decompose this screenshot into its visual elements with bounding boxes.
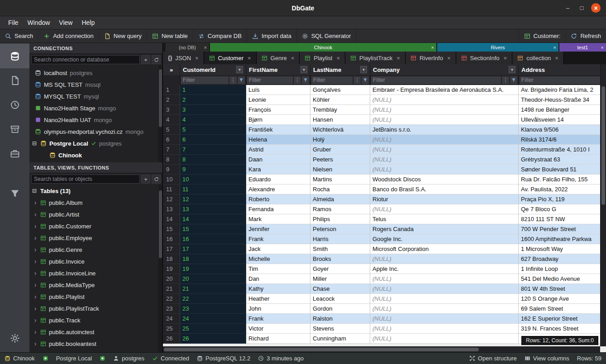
cell-address[interactable]: 1 Infinite Loop (519, 264, 606, 274)
cell-firstname[interactable]: Fernanda (246, 204, 310, 214)
cell-firstname[interactable]: Mark (246, 214, 310, 224)
activitybar-settings[interactable] (0, 326, 29, 350)
cell-lastname[interactable]: Cunningham (310, 334, 370, 344)
chevron-right-icon[interactable]: › (33, 258, 38, 265)
cell-lastname[interactable]: Philips (310, 214, 370, 224)
row-number[interactable]: 13 (163, 204, 180, 214)
column-header-customerid[interactable]: CustomerId▾ (180, 64, 246, 75)
table-item-public-playlist[interactable]: ›public.Playlist (29, 291, 162, 303)
cell-customerid[interactable]: 24 (180, 314, 246, 324)
cell-customerid[interactable]: 3 (180, 105, 246, 115)
cell-customerid[interactable]: 22 (180, 294, 246, 304)
cell-company[interactable]: Microsoft Corporation (370, 244, 519, 254)
chevron-right-icon[interactable]: › (33, 211, 38, 218)
cell-customerid[interactable]: 1 (180, 85, 246, 95)
cell-address[interactable]: 1600 Amphitheatre Parkwa (519, 234, 606, 244)
filter-menu-button[interactable] (238, 76, 245, 84)
table-item-public-artist[interactable]: ›public.Artist (29, 208, 162, 220)
activitybar-filter[interactable] (0, 181, 29, 206)
cell-firstname[interactable]: Jennifer (246, 224, 310, 234)
cell-customerid[interactable]: 16 (180, 234, 246, 244)
close-icon[interactable]: × (554, 45, 556, 50)
cell-customerid[interactable]: 20 (180, 274, 246, 284)
cell-company[interactable]: Apple Inc. (370, 264, 519, 274)
cell-lastname[interactable]: Tremblay (310, 105, 370, 115)
horizontal-scrollbar[interactable] (163, 346, 600, 352)
close-icon[interactable]: × (291, 55, 295, 61)
row-number[interactable]: 19 (163, 264, 180, 274)
column-menu-button[interactable]: ⋮ (229, 76, 237, 84)
file-tab-json[interactable]: {}JSON× (163, 52, 204, 64)
cell-customerid[interactable]: 14 (180, 214, 246, 224)
cell-company[interactable]: (NULL) (370, 165, 519, 175)
close-icon[interactable]: × (336, 55, 340, 61)
cell-address[interactable]: 120 S Orange Ave (519, 294, 606, 304)
chevron-right-icon[interactable]: › (33, 246, 38, 253)
column-dropdown-button[interactable]: ▾ (509, 66, 515, 73)
cell-address[interactable]: 319 N. Frances Street (519, 324, 606, 334)
cell-customerid[interactable]: 5 (180, 125, 246, 135)
cell-lastname[interactable]: Chase (310, 284, 370, 294)
cell-company[interactable]: (NULL) (370, 314, 519, 324)
cell-firstname[interactable]: Victor (246, 324, 310, 334)
row-number[interactable]: 12 (163, 194, 180, 204)
column-dropdown-button[interactable]: ▾ (236, 66, 243, 73)
cell-address[interactable]: 8210 111 ST NW (519, 214, 606, 224)
cell-company[interactable]: JetBrains s.r.o. (370, 125, 519, 135)
row-number[interactable]: 14 (163, 214, 180, 224)
cell-company[interactable]: (NULL) (370, 284, 519, 294)
cell-firstname[interactable]: Bjørn (246, 115, 310, 125)
cell-customerid[interactable]: 26 (180, 334, 246, 344)
table-item-public-mediatype[interactable]: ›public.MediaType (29, 279, 162, 291)
file-tab-riverinfo[interactable]: RiverInfo× (406, 52, 456, 64)
status-view-columns[interactable]: View columns (525, 355, 569, 362)
row-number[interactable]: 10 (163, 175, 180, 184)
row-number[interactable]: 15 (163, 224, 180, 234)
scrollbar-thumb[interactable] (159, 190, 162, 258)
cell-customerid[interactable]: 2 (180, 95, 246, 105)
cell-address[interactable]: 1 Microsoft Way (519, 244, 606, 254)
file-tab-sectioninfo[interactable]: SectionInfo× (456, 52, 513, 64)
toolbar-button-sql-generator[interactable]: SQL Generator (297, 29, 357, 43)
activitybar-archive[interactable] (0, 117, 29, 142)
cell-firstname[interactable]: Helena (246, 135, 310, 145)
cell-customerid[interactable]: 19 (180, 264, 246, 274)
cell-address[interactable]: 627 Broadway (519, 254, 606, 264)
table-item-public-invoice[interactable]: ›public.Invoice (29, 255, 162, 267)
cell-lastname[interactable]: Peterson (310, 224, 370, 234)
status-postgres[interactable]: postgres (113, 355, 144, 362)
cell-company[interactable]: Google Inc. (370, 234, 519, 244)
chevron-right-icon[interactable]: › (33, 340, 38, 347)
cell-company[interactable]: Banco do Brasil S.A. (370, 184, 519, 194)
cell-firstname[interactable]: Michelle (246, 254, 310, 264)
chevron-right-icon[interactable]: › (33, 281, 38, 288)
scrollbar-thumb[interactable] (164, 348, 479, 351)
cell-customerid[interactable]: 6 (180, 135, 246, 145)
chevron-right-icon[interactable]: › (33, 317, 38, 324)
activitybar-file[interactable] (0, 68, 29, 93)
cell-lastname[interactable]: Smith (310, 244, 370, 254)
cell-firstname[interactable]: Luís (246, 85, 310, 95)
table-item-public-booleantest[interactable]: ›public.booleantest (29, 338, 162, 350)
table-item-public-genre[interactable]: ›public.Genre (29, 244, 162, 255)
cell-lastname[interactable]: Gonçalves (310, 85, 370, 95)
cell-lastname[interactable]: Holý (310, 135, 370, 145)
maximize-button[interactable]: □ (577, 3, 587, 13)
row-number[interactable]: 6 (163, 135, 180, 145)
row-number[interactable]: 2 (163, 95, 180, 105)
cell-address[interactable]: Rilská 3174/6 (519, 135, 606, 145)
toolbar-button-search[interactable]: Search (0, 29, 38, 43)
cell-company[interactable]: (NULL) (370, 115, 519, 125)
row-number[interactable]: 23 (163, 304, 180, 314)
cell-customerid[interactable]: 17 (180, 244, 246, 254)
cell-address[interactable]: Grétrystraat 63 (519, 155, 606, 165)
cell-address[interactable]: Theodor-Heuss-Straße 34 (519, 95, 606, 105)
file-tab-playlisttrack[interactable]: PlaylistTrack× (345, 52, 406, 64)
close-icon[interactable]: × (431, 45, 434, 50)
cell-firstname[interactable]: John (246, 304, 310, 314)
toolbar-button-compare-db[interactable]: Compare DB (193, 29, 247, 43)
cell-firstname[interactable]: Kathy (246, 284, 310, 294)
cell-address[interactable]: 801 W 4th Street (519, 284, 606, 294)
cell-firstname[interactable]: Dan (246, 274, 310, 284)
activitybar-history[interactable] (0, 93, 29, 117)
